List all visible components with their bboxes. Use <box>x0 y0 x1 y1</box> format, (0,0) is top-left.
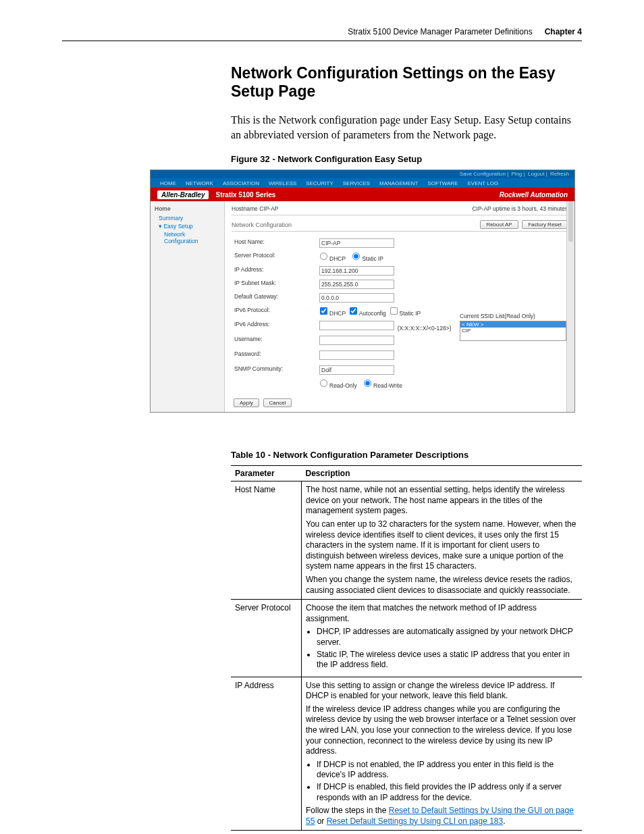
ssid-listbox[interactable]: < NEW > CIP <box>460 321 566 341</box>
param-server-protocol: Server Protocol <box>231 600 302 677</box>
input-subnet[interactable]: 255.255.255.0 <box>319 280 394 289</box>
chapter-label: Chapter 4 <box>545 27 582 36</box>
link-reset-cli[interactable]: Reset Default Settings by Using CLI on p… <box>327 816 504 826</box>
side-easy-setup[interactable]: ▾ Easy Setup <box>159 223 220 230</box>
label-gateway: Default Gateway: <box>233 292 317 304</box>
section-heading: Network Configuration Settings on the Ea… <box>231 64 582 101</box>
desc-server-protocol: Choose the item that matches the network… <box>302 600 583 677</box>
intro-paragraph: This is the Network configuration page u… <box>231 113 582 142</box>
menu-security[interactable]: SECURITY <box>306 180 333 186</box>
label-ipv6-address: IPv6 Address: <box>233 319 317 333</box>
hostname-line: Hostname CIP-AP <box>232 205 278 212</box>
menu-eventlog[interactable]: EVENT LOG <box>467 180 498 186</box>
ssid-new[interactable]: < NEW > <box>460 321 566 328</box>
label-ip-address: IP Address: <box>233 265 317 277</box>
screenshot-menubar: HOME NETWORK ASSOCIATION WIRELESS SECURI… <box>151 178 574 188</box>
running-title: Stratix 5100 Device Manager Parameter De… <box>348 27 532 36</box>
col-description: Description <box>302 466 583 481</box>
screenshot-top-links: Save Configuration | Ping | Logout | Ref… <box>151 170 574 178</box>
factory-reset-button[interactable]: Factory Reset <box>522 220 568 229</box>
input-password[interactable] <box>319 350 394 360</box>
menu-wireless[interactable]: WIRELESS <box>269 180 296 186</box>
figure-caption: Figure 32 - Network Configuration Easy S… <box>231 154 582 164</box>
ssid-cip[interactable]: CIP <box>460 328 566 334</box>
side-home[interactable]: Home <box>155 205 220 212</box>
refresh-link[interactable]: Refresh <box>550 171 569 177</box>
brand-logo: Allen-Bradley <box>157 190 209 199</box>
save-config-link[interactable]: Save Configuration <box>460 171 506 177</box>
reboot-button[interactable]: Reboot AP <box>480 220 518 229</box>
radio-read-only[interactable] <box>320 380 327 387</box>
check-ipv6-dhcp[interactable] <box>320 307 327 315</box>
param-ip-address: IP Address <box>231 677 302 831</box>
input-ip-address[interactable]: 192.168.1.200 <box>319 266 394 276</box>
label-server-protocol: Server Protocol: <box>233 251 317 263</box>
cancel-button[interactable]: Cancel <box>263 398 292 407</box>
input-host-name[interactable]: CIP-AP <box>319 238 394 248</box>
desc-host-name: The host name, while not an essential se… <box>302 481 583 600</box>
input-gateway[interactable]: 0.0.0.0 <box>319 293 394 303</box>
input-snmp[interactable]: Dolf <box>319 365 394 375</box>
radio-dhcp[interactable] <box>320 253 327 260</box>
scrollbar[interactable] <box>566 201 574 412</box>
side-summary[interactable]: Summary <box>159 215 220 221</box>
radio-read-write[interactable] <box>364 380 371 387</box>
screenshot: Save Configuration | Ping | Logout | Ref… <box>150 170 575 413</box>
ssid-list-box: Current SSID List(Read Only) < NEW > CIP <box>460 313 566 341</box>
menu-management[interactable]: MANAGEMENT <box>379 180 418 186</box>
parameter-table: Parameter Description Host Name The host… <box>231 465 582 831</box>
side-nav: Home Summary ▾ Easy Setup Network Config… <box>151 201 225 412</box>
menu-network[interactable]: NETWORK <box>186 180 213 186</box>
table-caption: Table 10 - Network Configuration Paramet… <box>231 450 582 460</box>
side-network-config[interactable]: Network Configuration <box>164 231 220 244</box>
check-autoconfig[interactable] <box>350 307 357 315</box>
label-host-name: Host Name: <box>233 237 317 249</box>
ping-link[interactable]: Ping <box>511 171 522 177</box>
brand-company: Rockwell Automation <box>500 191 568 199</box>
input-ipv6-address[interactable] <box>319 321 394 330</box>
col-parameter: Parameter <box>231 466 302 481</box>
menu-software[interactable]: SOFTWARE <box>427 180 458 186</box>
brand-bar: Allen-Bradley Stratix 5100 Series Rockwe… <box>151 188 574 201</box>
uptime-text: CIP-AP uptime is 3 hours, 43 minutes <box>472 205 568 212</box>
menu-association[interactable]: ASSOCIATION <box>223 180 259 186</box>
radio-static-ip[interactable] <box>352 253 360 260</box>
label-ipv6-protocol: IPv6 Protocol: <box>233 305 317 318</box>
label-subnet: IP Subnet Mask: <box>233 278 317 290</box>
content-pane: Hostname CIP-AP CIP-AP uptime is 3 hours… <box>225 201 574 412</box>
ipv6-format-hint: (X:X:X:X::X/<0-128>) <box>398 325 452 332</box>
menu-home[interactable]: HOME <box>160 180 176 186</box>
logout-link[interactable]: Logout <box>528 171 544 177</box>
label-password: Password: <box>233 349 317 363</box>
check-ipv6-static[interactable] <box>390 307 398 315</box>
ssid-list-title: Current SSID List(Read Only) <box>460 313 566 319</box>
label-snmp: SNMP Community: <box>233 364 317 376</box>
running-head: Stratix 5100 Device Manager Parameter De… <box>62 27 582 41</box>
desc-ip-address: Use this setting to assign or change the… <box>302 677 583 831</box>
menu-services[interactable]: SERVICES <box>343 180 370 186</box>
nc-title: Network Configuration <box>232 221 292 228</box>
input-username[interactable] <box>319 336 394 345</box>
param-host-name: Host Name <box>231 481 302 600</box>
label-username: Username: <box>233 334 317 348</box>
apply-button[interactable]: Apply <box>234 398 259 407</box>
brand-series: Stratix 5100 Series <box>209 191 499 199</box>
